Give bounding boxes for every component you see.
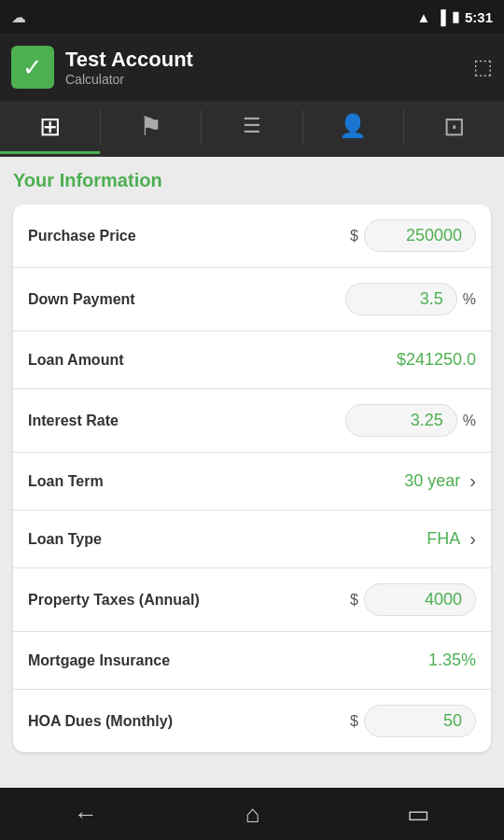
bottom-nav: ← ⌂ ▭ <box>0 788 504 840</box>
interest-rate-input[interactable]: 3.25 <box>345 404 457 437</box>
status-left-icon: ☁ <box>11 8 26 26</box>
battery-icon: ▮ <box>452 8 459 25</box>
hoa-dues-label: HOA Dues (Monthly) <box>28 713 173 730</box>
loan-term-value: 30 year <box>404 471 460 491</box>
property-taxes-label: Property Taxes (Annual) <box>28 592 200 609</box>
information-card: Purchase Price $ 250000 Down Payment 3.5… <box>13 204 491 752</box>
loan-amount-row: Loan Amount $241250.0 <box>13 331 491 389</box>
property-taxes-currency: $ <box>350 592 358 609</box>
content-area: Your Information Purchase Price $ 250000… <box>0 157 504 788</box>
tab-calculator[interactable]: ⊞ <box>0 101 100 154</box>
header: ✓ Test Account Calculator ⬚ <box>0 34 504 101</box>
hoa-dues-right: $ 50 <box>350 705 476 737</box>
check-icon: ✓ <box>22 53 43 82</box>
loan-amount-label: Loan Amount <box>28 352 124 369</box>
hoa-dues-currency: $ <box>350 713 358 730</box>
mortgage-insurance-label: Mortgage Insurance <box>28 652 170 669</box>
loan-term-chevron: › <box>469 470 476 492</box>
section-title: Your Information <box>13 170 491 191</box>
property-taxes-input[interactable]: 4000 <box>364 583 476 616</box>
signal-icon: ▐ <box>436 9 446 25</box>
down-payment-label: Down Payment <box>28 291 135 308</box>
down-payment-right: 3.5 % <box>345 283 476 315</box>
mortgage-insurance-row: Mortgage Insurance 1.35% <box>13 632 491 690</box>
loan-type-chevron: › <box>469 528 476 550</box>
list-tab-icon: ☰ <box>243 114 261 138</box>
person-tab-icon: 👤 <box>339 113 367 139</box>
header-left: ✓ Test Account Calculator <box>11 46 193 89</box>
purchase-price-row: Purchase Price $ 250000 <box>13 204 491 268</box>
down-payment-suffix: % <box>463 291 476 308</box>
loan-term-right: 30 year › <box>404 470 476 492</box>
interest-rate-suffix: % <box>463 413 476 429</box>
down-payment-row: Down Payment 3.5 % <box>13 268 491 331</box>
tab-list[interactable]: ☰ <box>202 101 301 154</box>
loan-type-row[interactable]: Loan Type FHA › <box>13 511 491 568</box>
header-subtitle: Calculator <box>65 72 193 87</box>
recents-button[interactable]: ▭ <box>407 800 430 829</box>
back-button[interactable]: ← <box>74 800 98 829</box>
mortgage-insurance-right: 1.35% <box>428 651 476 670</box>
calculator-tab-icon: ⊞ <box>39 111 61 142</box>
purchase-price-input[interactable]: 250000 <box>364 219 476 252</box>
down-payment-input[interactable]: 3.5 <box>345 283 457 315</box>
flag-tab-icon: ⚑ <box>139 111 162 142</box>
interest-rate-right: 3.25 % <box>345 404 476 437</box>
header-text: Test Account Calculator <box>65 48 193 87</box>
status-time: 5:31 <box>465 9 493 25</box>
tab-calc2[interactable]: ⊡ <box>404 101 504 154</box>
property-taxes-row: Property Taxes (Annual) $ 4000 <box>13 568 491 632</box>
status-right: ▲ ▐ ▮ 5:31 <box>416 8 493 25</box>
account-name: Test Account <box>65 48 193 72</box>
share-button[interactable]: ⬚ <box>473 55 493 79</box>
purchase-price-right: $ 250000 <box>350 219 476 252</box>
mortgage-insurance-value: 1.35% <box>428 651 476 670</box>
loan-type-right: FHA › <box>427 528 476 550</box>
interest-rate-row: Interest Rate 3.25 % <box>13 389 491 453</box>
tab-person[interactable]: 👤 <box>303 101 403 154</box>
home-button[interactable]: ⌂ <box>245 800 260 829</box>
purchase-price-currency: $ <box>350 228 358 245</box>
loan-type-value: FHA <box>427 529 460 549</box>
loan-type-label: Loan Type <box>28 531 102 548</box>
interest-rate-label: Interest Rate <box>28 413 119 429</box>
hoa-dues-row: HOA Dues (Monthly) $ 50 <box>13 690 491 752</box>
wifi-icon: ▲ <box>416 9 430 25</box>
loan-term-label: Loan Term <box>28 473 104 490</box>
hoa-dues-input[interactable]: 50 <box>364 705 476 737</box>
property-taxes-right: $ 4000 <box>350 583 476 616</box>
calc2-tab-icon: ⊡ <box>443 111 465 142</box>
status-bar: ☁ ▲ ▐ ▮ 5:31 <box>0 0 504 34</box>
loan-amount-right: $241250.0 <box>397 350 476 370</box>
purchase-price-label: Purchase Price <box>28 228 136 245</box>
tab-flag[interactable]: ⚑ <box>101 101 201 154</box>
app-logo: ✓ <box>11 46 54 89</box>
tab-bar: ⊞ ⚑ ☰ 👤 ⊡ <box>0 101 504 157</box>
loan-term-row[interactable]: Loan Term 30 year › <box>13 453 491 511</box>
loan-amount-value: $241250.0 <box>397 350 476 370</box>
